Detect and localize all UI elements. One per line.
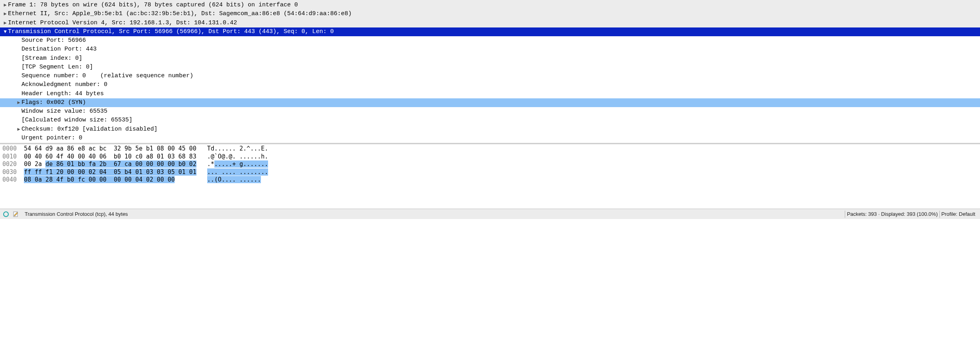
blank-icon: ▶	[16, 73, 21, 79]
status-field-name: Transmission Control Protocol (tcp), 44 …	[23, 211, 130, 217]
tcp-checksum-row[interactable]: ▶ Checksum: 0xf120 [validation disabled]	[0, 125, 980, 134]
expand-icon[interactable]: ▶	[2, 2, 8, 8]
tcp-flags-row[interactable]: ▶ Flags: 0x002 (SYN)	[0, 98, 980, 107]
hex-bytes-selected: de 86 01 bb fa 2b 67 ca 00 00 00 00 b0 0…	[45, 160, 196, 168]
hex-row[interactable]: 0020 00 2a de 86 01 bb fa 2b 67 ca 00 00…	[0, 160, 980, 168]
hex-row[interactable]: 0040 08 0a 28 4f b0 fc 00 00 00 00 04 02…	[0, 176, 980, 184]
hex-ascii-selected: .....+ g.......	[214, 160, 268, 168]
hex-offset: 0040	[2, 176, 17, 183]
blank-icon: ▶	[16, 117, 21, 123]
tcp-hdrlen-text: Header Length: 44 bytes	[21, 90, 980, 98]
details-ip-text: Internet Protocol Version 4, Src: 192.16…	[8, 19, 980, 27]
expert-info-icon[interactable]	[3, 211, 9, 217]
hex-row[interactable]: 0030 ff ff f1 20 00 00 02 04 05 b4 01 03…	[0, 168, 980, 176]
tcp-hdrlen-row[interactable]: ▶ Header Length: 44 bytes	[0, 90, 980, 98]
tcp-seq-text: Sequence number: 0 (relative sequence nu…	[21, 72, 980, 80]
details-ip-row[interactable]: ▶ Internet Protocol Version 4, Src: 192.…	[0, 19, 980, 27]
hex-ascii: .*	[207, 160, 214, 168]
hex-bytes-selected: ff ff f1 20 00 00 02 04 05 b4 01 03 03 0…	[24, 168, 196, 176]
expand-icon[interactable]: ▶	[16, 126, 21, 133]
hex-row[interactable]: 0000 54 64 d9 aa 86 e8 ac bc 32 9b 5e b1…	[0, 145, 980, 153]
tcp-stream-text: [Stream index: 0]	[21, 55, 980, 63]
tcp-seglen-text: [TCP Segment Len: 0]	[21, 63, 980, 71]
details-tcp-row[interactable]: ▼ Transmission Control Protocol, Src Por…	[0, 27, 980, 36]
hex-bytes: 00 40 60 4f 40 00 40 06 b0 10 c0 a8 01 0…	[24, 153, 196, 160]
blank-icon: ▶	[16, 135, 21, 141]
blank-icon: ▶	[16, 108, 21, 115]
hex-bytes: 54 64 d9 aa 86 e8 ac bc 32 9b 5e b1 08 0…	[24, 145, 196, 152]
tcp-src-port-row[interactable]: ▶ Source Port: 56966	[0, 36, 980, 45]
tcp-calcwin-text: [Calculated window size: 65535]	[21, 116, 980, 124]
hex-offset: 0030	[2, 168, 17, 176]
tcp-ack-text: Acknowledgment number: 0	[21, 81, 980, 89]
blank-icon: ▶	[16, 46, 21, 53]
details-tcp-text: Transmission Control Protocol, Src Port:…	[8, 28, 980, 36]
expand-icon[interactable]: ▶	[2, 11, 8, 17]
hex-dump-pane[interactable]: 0000 54 64 d9 aa 86 e8 ac bc 32 9b 5e b1…	[0, 144, 980, 209]
expand-icon[interactable]: ▶	[2, 20, 8, 26]
details-frame-row[interactable]: ▶ Frame 1: 78 bytes on wire (624 bits), …	[0, 1, 980, 10]
blank-icon: ▶	[16, 37, 21, 44]
tcp-urgent-text: Urgent pointer: 0	[21, 134, 980, 142]
blank-icon: ▶	[16, 91, 21, 97]
status-profile[interactable]: Profile: Default	[940, 211, 980, 217]
edit-note-icon[interactable]	[13, 211, 19, 217]
hex-bytes-selected: 08 0a 28 4f b0 fc 00 00 00 00 04 02 00 0…	[24, 176, 175, 183]
hex-ascii: .@`O@.@. ......h.	[207, 153, 268, 160]
details-ethernet-text: Ethernet II, Src: Apple_9b:5e:b1 (ac:bc:…	[8, 10, 980, 18]
tcp-calcwin-row[interactable]: ▶ [Calculated window size: 65535]	[0, 116, 980, 125]
blank-icon: ▶	[16, 82, 21, 88]
blank-icon: ▶	[16, 64, 21, 70]
hex-ascii-selected: ... .... ........	[207, 168, 268, 176]
hex-bytes: 00 2a	[24, 160, 45, 168]
tcp-seglen-row[interactable]: ▶ [TCP Segment Len: 0]	[0, 63, 980, 72]
tcp-dst-port-row[interactable]: ▶ Destination Port: 443	[0, 45, 980, 54]
hex-ascii: Td...... 2.^...E.	[207, 145, 268, 152]
blank-icon: ▶	[16, 55, 21, 62]
tcp-ack-row[interactable]: ▶ Acknowledgment number: 0	[0, 80, 980, 89]
tcp-win-row[interactable]: ▶ Window size value: 65535	[0, 107, 980, 116]
tcp-flags-text: Flags: 0x002 (SYN)	[21, 99, 980, 107]
details-frame-text: Frame 1: 78 bytes on wire (624 bits), 78…	[8, 1, 980, 9]
hex-row[interactable]: 0010 00 40 60 4f 40 00 40 06 b0 10 c0 a8…	[0, 153, 980, 161]
details-ethernet-row[interactable]: ▶ Ethernet II, Src: Apple_9b:5e:b1 (ac:b…	[0, 10, 980, 18]
status-packets[interactable]: Packets: 393 · Displayed: 393 (100.0%)	[845, 211, 939, 217]
hex-offset: 0010	[2, 153, 17, 160]
hex-offset: 0020	[2, 160, 17, 168]
tcp-dst-port-text: Destination Port: 443	[21, 45, 980, 53]
tcp-checksum-text: Checksum: 0xf120 [validation disabled]	[21, 125, 980, 133]
status-bar: Transmission Control Protocol (tcp), 44 …	[0, 209, 980, 219]
tcp-win-text: Window size value: 65535	[21, 108, 980, 115]
tcp-src-port-text: Source Port: 56966	[21, 37, 980, 45]
expand-icon[interactable]: ▶	[16, 100, 21, 106]
packet-details-pane[interactable]: ▶ Frame 1: 78 bytes on wire (624 bits), …	[0, 0, 980, 144]
hex-offset: 0000	[2, 145, 17, 152]
hex-ascii-selected: ..(O.... ......	[207, 176, 261, 183]
tcp-stream-row[interactable]: ▶ [Stream index: 0]	[0, 54, 980, 63]
tcp-subfields: ▶ Source Port: 56966 ▶ Destination Port:…	[0, 36, 980, 143]
tcp-seq-row[interactable]: ▶ Sequence number: 0 (relative sequence …	[0, 72, 980, 80]
tcp-urgent-row[interactable]: ▶ Urgent pointer: 0	[0, 134, 980, 143]
collapse-icon[interactable]: ▼	[2, 29, 8, 35]
